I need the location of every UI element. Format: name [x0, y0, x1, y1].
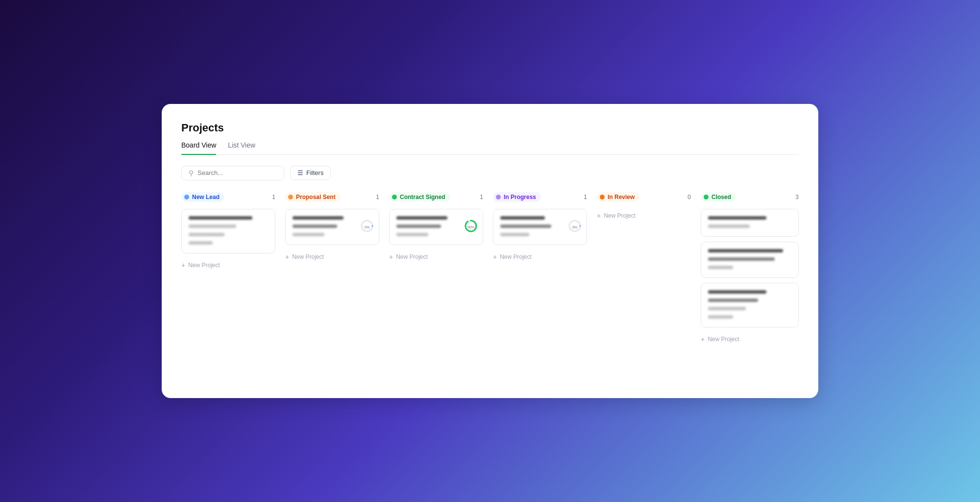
label-proposal-sent: Proposal Sent: [296, 194, 336, 201]
filter-icon: ☰: [297, 169, 303, 176]
progress-label-cs: 90%: [467, 225, 474, 228]
col-header-contract-signed: Contract Signed 1: [389, 192, 483, 202]
new-project-btn-proposal-sent[interactable]: + New Project: [285, 250, 379, 264]
card-content: [708, 290, 791, 321]
card-cl-2[interactable]: [701, 242, 799, 278]
count-new-lead: 1: [272, 194, 275, 201]
card-line: [396, 225, 441, 228]
card-line: [708, 257, 775, 261]
board: New Lead 1 + New Project: [181, 192, 799, 346]
card-line: [189, 216, 252, 220]
card-content: [396, 216, 460, 239]
card-line: [500, 216, 545, 220]
dot-in-progress: [496, 195, 501, 200]
new-project-btn-closed[interactable]: + New Project: [701, 332, 799, 346]
col-header-new-lead: New Lead 1: [181, 192, 275, 202]
dot-closed: [704, 195, 709, 200]
card-line: [708, 225, 750, 228]
col-label-contract-signed: Contract Signed: [389, 192, 450, 202]
plus-icon: +: [597, 212, 601, 220]
label-new-lead: New Lead: [192, 194, 220, 201]
search-box: ⚲: [181, 166, 284, 180]
toolbar: ⚲ ☰ Filters: [181, 166, 799, 180]
new-project-label: New Project: [188, 262, 220, 269]
card-line: [500, 233, 529, 236]
count-contract-signed: 1: [480, 194, 483, 201]
card-content: [189, 216, 268, 247]
card-content: [708, 216, 791, 230]
count-in-progress: 1: [584, 194, 587, 201]
search-input[interactable]: [197, 169, 271, 176]
column-in-progress: In Progress 1 0% +: [493, 192, 587, 264]
card-line: [708, 290, 766, 294]
col-header-closed: Closed 3: [701, 192, 799, 202]
plus-icon: +: [493, 253, 497, 261]
column-new-lead: New Lead 1 + New Project: [181, 192, 275, 272]
new-project-btn-contract-signed[interactable]: + New Project: [389, 250, 483, 264]
card-line: [396, 216, 447, 220]
label-in-progress: In Progress: [504, 194, 536, 201]
plus-icon: +: [389, 253, 393, 261]
card-line: [293, 233, 324, 236]
card-line: [708, 216, 766, 220]
col-label-in-review: In Review: [597, 192, 639, 202]
card-line: [396, 233, 428, 236]
card-content: [708, 249, 791, 272]
tab-board-view[interactable]: Board View: [181, 141, 216, 155]
search-icon: ⚲: [189, 169, 194, 177]
main-card: Projects Board View List View ⚲ ☰ Filter…: [162, 104, 818, 398]
label-in-review: In Review: [608, 194, 635, 201]
col-label-proposal-sent: Proposal Sent: [285, 192, 341, 202]
filter-label: Filters: [306, 169, 323, 176]
progress-circle-ip: 0%: [568, 219, 582, 235]
card-cl-3[interactable]: [701, 283, 799, 327]
col-header-in-review: In Review 0: [597, 192, 691, 202]
label-closed: Closed: [711, 194, 731, 201]
progress-label-ip: 0%: [572, 225, 577, 228]
card-line: [708, 307, 746, 310]
label-contract-signed: Contract Signed: [400, 194, 445, 201]
new-project-btn-in-progress[interactable]: + New Project: [493, 250, 587, 264]
column-in-review: In Review 0 + New Project: [597, 192, 691, 223]
card-cs-1[interactable]: 90%: [389, 209, 483, 245]
new-project-label: New Project: [708, 336, 739, 343]
dot-contract-signed: [392, 195, 397, 200]
card-nl-1[interactable]: [181, 209, 275, 253]
card-line: [708, 299, 758, 302]
card-line: [293, 225, 337, 228]
dot-proposal-sent: [288, 195, 293, 200]
dot-new-lead: [184, 195, 189, 200]
col-header-in-progress: In Progress 1: [493, 192, 587, 202]
card-line: [293, 216, 343, 220]
col-label-new-lead: New Lead: [181, 192, 224, 202]
card-line: [708, 249, 783, 252]
new-project-btn-new-lead[interactable]: + New Project: [181, 258, 275, 272]
plus-icon: +: [701, 335, 705, 343]
tab-bar: Board View List View: [181, 141, 799, 155]
col-label-closed: Closed: [701, 192, 736, 202]
card-line: [500, 225, 551, 228]
card-line: [708, 315, 733, 319]
tab-list-view[interactable]: List View: [228, 141, 255, 155]
card-ps-1[interactable]: 0%: [285, 209, 379, 245]
card-ip-1[interactable]: 0%: [493, 209, 587, 245]
progress-circle-ps: 0%: [360, 219, 374, 235]
card-line: [189, 225, 236, 228]
plus-icon: +: [285, 253, 289, 261]
dot-in-review: [600, 195, 605, 200]
progress-circle-cs: 90%: [464, 219, 478, 235]
card-line: [189, 233, 224, 236]
new-project-label: New Project: [500, 253, 532, 260]
col-header-proposal-sent: Proposal Sent 1: [285, 192, 379, 202]
new-project-label: New Project: [396, 253, 428, 260]
card-content: [293, 216, 356, 239]
new-project-btn-in-review[interactable]: + New Project: [597, 209, 691, 223]
card-cl-1[interactable]: [701, 209, 799, 237]
card-line: [708, 266, 733, 269]
page-title: Projects: [181, 122, 799, 134]
column-closed: Closed 3: [701, 192, 799, 346]
filter-button[interactable]: ☰ Filters: [290, 166, 331, 180]
plus-icon: +: [181, 261, 185, 269]
progress-label-ps: 0%: [365, 225, 369, 228]
column-contract-signed: Contract Signed 1 90%: [389, 192, 483, 264]
